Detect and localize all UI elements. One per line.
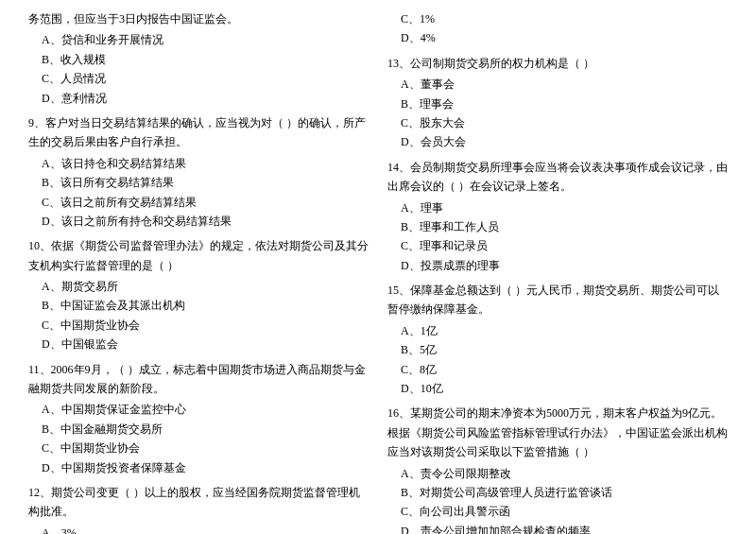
- q13-option-d: D、会员大会: [387, 132, 728, 151]
- page-container: 务范围，但应当于3日内报告中国证监会。 A、贷信和业务开展情况 B、收入规模 C…: [0, 0, 756, 534]
- question-11: 11、2006年9月，（ ）成立，标志着中国期货市场进入商品期货与金融期货共同发…: [28, 360, 369, 477]
- q9-option-c: C、该日之前所有交易结算结果: [28, 193, 369, 212]
- q11-option-b: B、中国金融期货交易所: [28, 420, 369, 439]
- q13-text: 13、公司制期货交易所的权力机构是（ ）: [387, 54, 728, 73]
- q10-text: 10、依据《期货公司监督管理办法》的规定，依法对期货公司及其分支机构实行监督管理…: [28, 236, 369, 275]
- intro-text: 务范围，但应当于3日内报告中国证监会。: [28, 9, 369, 28]
- q13-option-c: C、股东大会: [387, 113, 728, 132]
- q13-option-b: B、理事会: [387, 95, 728, 113]
- q11-option-a: A、中国期货保证金监控中心: [28, 400, 369, 419]
- q15-option-b: B、5亿: [387, 340, 728, 359]
- q11-text: 11、2006年9月，（ ）成立，标志着中国期货市场进入商品期货与金融期货共同发…: [28, 360, 369, 399]
- q9-option-d: D、该日之前所有持仓和交易结算结果: [28, 212, 369, 231]
- option-a: A、贷信和业务开展情况: [28, 30, 369, 49]
- q12-option-a: A、3%: [28, 524, 369, 534]
- q15-option-d: D、10亿: [387, 379, 728, 398]
- q15-option-c: C、8亿: [387, 360, 728, 379]
- q9-option-a: A、该日持仓和交易结算结果: [28, 154, 369, 173]
- question-16: 16、某期货公司的期末净资本为5000万元，期末客户权益为9亿元。根据《期货公司…: [387, 404, 728, 534]
- q16-option-a: A、责令公司限期整改: [387, 464, 728, 483]
- q12-option-c: C、1%: [387, 9, 728, 28]
- q15-option-a: A、1亿: [387, 321, 728, 340]
- option-b: B、收入规模: [28, 50, 369, 69]
- q15-text: 15、保障基金总额达到（ ）元人民币，期货交易所、期货公司可以暂停缴纳保障基金。: [387, 281, 728, 319]
- question-10: 10、依据《期货公司监督管理办法》的规定，依法对期货公司及其分支机构实行监督管理…: [28, 236, 369, 353]
- question-9: 9、客户对当日交易结算结果的确认，应当视为对（ ）的确认，所产生的交易后果由客户…: [28, 113, 369, 231]
- option-c: C、人员情况: [28, 69, 369, 88]
- q9-text: 9、客户对当日交易结算结果的确认，应当视为对（ ）的确认，所产生的交易后果由客户…: [28, 113, 369, 152]
- intro-block: 务范围，但应当于3日内报告中国证监会。 A、贷信和业务开展情况 B、收入规模 C…: [28, 9, 369, 108]
- right-column: C、1% D、4% 13、公司制期货交易所的权力机构是（ ） A、董事会 B、理…: [387, 9, 728, 534]
- question-13: 13、公司制期货交易所的权力机构是（ ） A、董事会 B、理事会 C、股东大会 …: [387, 54, 728, 152]
- q16-option-c: C、向公司出具警示函: [387, 502, 728, 521]
- q14-option-b: B、理事和工作人员: [387, 217, 728, 236]
- q11-option-c: C、中国期货业协会: [28, 439, 369, 457]
- q16-option-b: B、对期货公司高级管理人员进行监管谈话: [387, 483, 728, 502]
- option-d: D、意利情况: [28, 89, 369, 108]
- question-12: 12、期货公司变更（ ）以上的股权，应当经国务院期货监督管理机构批准。 A、3%…: [28, 483, 369, 534]
- q14-text: 14、会员制期货交易所理事会应当将会议表决事项作成会议记录，由出席会议的（ ）在…: [387, 158, 728, 197]
- q10-option-d: D、中国银监会: [28, 335, 369, 353]
- left-column: 务范围，但应当于3日内报告中国证监会。 A、贷信和业务开展情况 B、收入规模 C…: [28, 9, 369, 534]
- question-15: 15、保障基金总额达到（ ）元人民币，期货交易所、期货公司可以暂停缴纳保障基金。…: [387, 281, 728, 398]
- q12-option-d: D、4%: [387, 28, 728, 47]
- question-14: 14、会员制期货交易所理事会应当将会议表决事项作成会议记录，由出席会议的（ ）在…: [387, 158, 728, 275]
- q10-option-b: B、中国证监会及其派出机构: [28, 296, 369, 315]
- q16-text: 16、某期货公司的期末净资本为5000万元，期末客户权益为9亿元。根据《期货公司…: [387, 404, 728, 461]
- q10-option-c: C、中国期货业协会: [28, 316, 369, 335]
- q12-text: 12、期货公司变更（ ）以上的股权，应当经国务院期货监督管理机构批准。: [28, 483, 369, 522]
- q9-option-b: B、该日所有交易结算结果: [28, 173, 369, 192]
- q12-continued: C、1% D、4%: [387, 9, 728, 48]
- q14-option-a: A、理事: [387, 198, 728, 217]
- q16-option-d: D、责令公司增加加部合规检查的频率: [387, 522, 728, 534]
- two-column-layout: 务范围，但应当于3日内报告中国证监会。 A、贷信和业务开展情况 B、收入规模 C…: [28, 9, 728, 534]
- q11-option-d: D、中国期货投资者保障基金: [28, 458, 369, 477]
- q14-option-d: D、投票成票的理事: [387, 256, 728, 275]
- q13-option-a: A、董事会: [387, 75, 728, 94]
- q14-option-c: C、理事和记录员: [387, 236, 728, 255]
- q10-option-a: A、期货交易所: [28, 277, 369, 296]
